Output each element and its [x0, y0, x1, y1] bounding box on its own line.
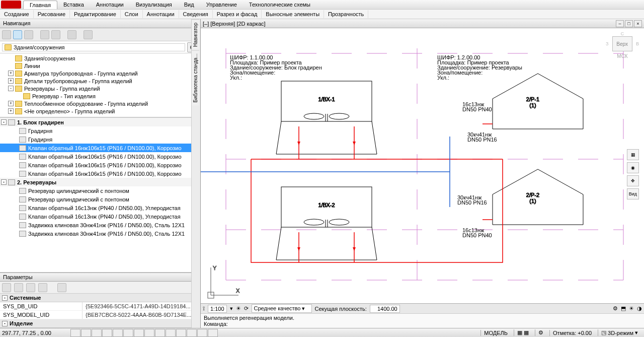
ribbon-grp-section[interactable]: Разрез и фасад [213, 10, 262, 18]
tree-row[interactable]: +Детали трубопроводные - Группа изделий [0, 77, 200, 85]
param-value[interactable]: {BEB7CBC8-5022-4AAA-B60B-9D7134E... [83, 311, 200, 319]
ribbon-grp-draw[interactable]: Рисование [34, 10, 70, 18]
expand-icon[interactable]: - [8, 86, 14, 91]
param-row[interactable]: SYS_DB_UID{5E923466-5C5C-4171-A49D-14D19… [0, 302, 200, 311]
expand-icon[interactable]: - [1, 179, 7, 185]
params-tool-icon[interactable] [14, 283, 23, 292]
param-category[interactable]: -Системные [0, 294, 200, 302]
nav-tool-icon[interactable] [40, 30, 49, 39]
window-close-button[interactable]: × [634, 20, 642, 27]
nav-tool-icon[interactable] [67, 30, 76, 39]
tree-group-header[interactable]: -2. Резервуары [0, 178, 200, 186]
view-cube-face[interactable]: Верх [612, 36, 632, 51]
command-prompt[interactable]: Команда: [204, 321, 641, 327]
coord-system-label[interactable]: МСК [606, 53, 639, 59]
tree-group-header[interactable]: -1. Блок градирен [0, 118, 200, 126]
ribbon-grp-layers[interactable]: Слои [121, 10, 143, 18]
tree-item[interactable]: Градирня [0, 135, 200, 144]
toggle-button[interactable] [155, 329, 165, 337]
ribbon-grp-annot[interactable]: Аннотации [143, 10, 179, 18]
expand-icon[interactable]: + [8, 71, 14, 76]
tool-icon[interactable]: ☀ [236, 305, 241, 312]
expand-icon[interactable]: + [8, 78, 14, 84]
tree-row[interactable]: +Арматура трубопроводная - Группа издели… [0, 70, 200, 77]
tree-row[interactable]: +Теплообменное оборудование - Группа изд… [0, 100, 200, 107]
toggle-button[interactable] [92, 329, 102, 337]
tree-item[interactable]: Задвижка клиновая 30нж41нж (PN16 / DN50.… [0, 221, 200, 229]
toggle-button[interactable] [113, 329, 123, 337]
expand-icon[interactable]: - [2, 321, 8, 326]
mode-label[interactable]: 3D-режим [608, 330, 633, 336]
expand-icon[interactable]: - [2, 295, 8, 301]
tool-icon[interactable]: ⟳ [244, 305, 249, 312]
tree-item[interactable]: Резервуар цилиндрический с понтоном [0, 195, 200, 204]
side-tab-library[interactable]: Библиотека станда... [192, 50, 199, 105]
expand-icon[interactable]: + [8, 108, 14, 114]
nav-tool-icon[interactable] [24, 30, 33, 39]
toggle-button[interactable] [144, 329, 154, 337]
nav-tool-icon[interactable]: ✥ [627, 175, 639, 186]
nav-tool-icon[interactable]: ◉ [627, 162, 639, 173]
model-tab[interactable]: МОДЕЛЬ [480, 330, 511, 336]
nav-tool-icon[interactable] [2, 30, 11, 39]
tree-row[interactable]: Линии [0, 62, 200, 70]
ribbon-grp-leaders[interactable]: Выносные элементы [262, 10, 324, 18]
tree-item[interactable]: Клапан обратный 16нж106к15 (PN16 / DN100… [0, 161, 200, 169]
tree-item[interactable]: Резервуар цилиндрический с понтоном [0, 186, 200, 195]
window-maximize-button[interactable]: □ [625, 20, 633, 27]
ribbon-tab-view[interactable]: Вид [178, 1, 200, 9]
tree-item[interactable]: Клапан обратный 16нж106к15 (PN16 / DN100… [0, 144, 200, 152]
toggle-button[interactable] [166, 329, 176, 337]
tree-item[interactable]: Градирня [0, 126, 200, 135]
drawing-canvas[interactable]: ШИФР: 1.1.00.00 Площадка: Пример проекта… [201, 28, 644, 303]
status-icon[interactable]: ◑ [637, 305, 642, 312]
ribbon-tab-main[interactable]: Главная [23, 1, 57, 9]
toggle-button[interactable] [197, 329, 207, 337]
ribbon-tab-annotations[interactable]: Аннотации [90, 1, 130, 9]
tree-row[interactable]: +<Не определено> - Группа изделий [0, 107, 200, 115]
quality-dropdown[interactable]: Среднее качество ▾ [252, 304, 312, 313]
toggle-button[interactable] [134, 329, 144, 337]
param-value[interactable]: {5E923466-5C5C-4171-A49D-14D19184... [83, 302, 200, 310]
ribbon-grp-edit[interactable]: Редактирование [70, 10, 121, 18]
tree-item[interactable]: Клапан обратный 16с13нж (PN40 / DN50.00)… [0, 204, 200, 212]
ribbon-grp-transparency[interactable]: Прозрачность [324, 10, 368, 18]
tree-row[interactable]: Резервуар - Тип изделия [0, 92, 200, 100]
nav-tool-icon[interactable] [13, 30, 22, 39]
tree-item[interactable]: Задвижка клиновая 30нж41нж (PN16 / DN50.… [0, 229, 200, 238]
expand-icon[interactable]: + [8, 101, 14, 106]
status-icon[interactable]: ☀ [629, 305, 634, 312]
tree-row[interactable]: Здания/сооружения [0, 54, 200, 62]
toggle-button[interactable] [187, 329, 197, 337]
ribbon-tab-insert[interactable]: Вставка [57, 1, 90, 9]
param-row[interactable]: SYS_MODEL_UID{BEB7CBC8-5022-4AAA-B60B-9D… [0, 311, 200, 319]
params-tool-icon[interactable] [38, 283, 47, 292]
scale-field[interactable]: 1:100 [208, 305, 227, 313]
tree-item[interactable]: Клапан обратный 16с13нж (PN40 / DN50.00)… [0, 212, 200, 221]
params-tool-icon[interactable] [26, 283, 35, 292]
expand-icon[interactable]: - [1, 119, 7, 125]
toggle-button[interactable] [102, 329, 112, 337]
toggle-button[interactable] [176, 329, 186, 337]
tree-row[interactable]: -Резервуары - Группа изделий [0, 85, 200, 92]
nav-tool-icon[interactable]: ▦ [627, 149, 639, 160]
nav-tool-icon[interactable] [51, 30, 60, 39]
window-minimize-button[interactable]: – [616, 20, 624, 27]
params-tool-icon[interactable] [2, 283, 11, 292]
ribbon-grp-info[interactable]: Сведения [179, 10, 213, 18]
view-cube[interactable]: С З Верх В МСК [606, 31, 639, 59]
param-category[interactable]: -Изделие [0, 319, 200, 328]
ribbon-tab-manage[interactable]: Управление [200, 1, 243, 9]
toggle-button[interactable] [208, 329, 218, 337]
tree-item[interactable]: Клапан обратный 16нж106к15 (PN16 / DN100… [0, 169, 200, 178]
status-icon[interactable]: ⚙ [613, 305, 618, 312]
scale-icon[interactable]: ⟟ [203, 305, 205, 312]
toggle-button[interactable] [81, 329, 91, 337]
nav-tool-label[interactable]: Вид [627, 188, 639, 199]
params-tool-icon[interactable] [57, 283, 66, 292]
side-tab-navigator[interactable]: Навигатор [192, 19, 199, 50]
ribbon-grp-create[interactable]: Создание [0, 10, 34, 18]
ribbon-tab-process[interactable]: Технологические схемы [243, 1, 316, 9]
nav-tool-icon[interactable] [84, 30, 93, 39]
tree-item[interactable]: Клапан обратный 16нж106к15 (PN16 / DN100… [0, 152, 200, 161]
